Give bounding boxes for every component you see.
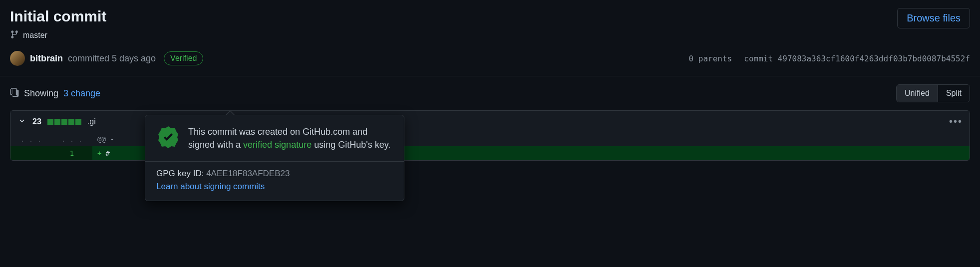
branch-name[interactable]: master: [23, 31, 47, 40]
split-view-button[interactable]: Split: [938, 85, 970, 102]
chevron-down-icon[interactable]: [17, 116, 26, 127]
gpg-key-label: GPG key ID:: [156, 169, 204, 178]
author-link[interactable]: bitbrain: [30, 53, 63, 64]
parents-count: 0 parents: [689, 54, 732, 63]
commit-sha: commit 497083a363cf1600f4263ddf03b7bd008…: [744, 54, 970, 63]
diff-view-toggle: Unified Split: [896, 84, 970, 102]
unified-view-button[interactable]: Unified: [897, 85, 938, 102]
changed-files-link[interactable]: 3 change: [63, 88, 100, 99]
showing-label: Showing: [24, 88, 58, 99]
gpg-key-id: 4AEE18F83AFDEB23: [206, 169, 290, 178]
verified-signature-text: verified signature: [243, 140, 312, 150]
avatar[interactable]: [10, 51, 25, 66]
verified-badge[interactable]: Verified: [164, 51, 203, 65]
code-line: +#: [92, 146, 115, 160]
expand-hunk-icon[interactable]: . . .: [51, 132, 92, 146]
git-branch-icon: [10, 30, 19, 41]
file-change-count: 23: [32, 117, 41, 126]
verified-popover: This commit was created on GitHub.com an…: [145, 115, 404, 201]
expand-hunk-icon[interactable]: . . .: [10, 132, 51, 146]
verified-seal-icon: [156, 125, 180, 149]
diff-stat-blocks: [47, 119, 81, 125]
new-line-number: 1: [51, 146, 92, 160]
commit-title: Initial commit: [10, 8, 106, 25]
old-line-number: [10, 146, 51, 160]
browse-files-button[interactable]: Browse files: [897, 8, 970, 28]
popover-text: This commit was created on GitHub.com an…: [188, 125, 393, 151]
file-name[interactable]: .gi: [87, 117, 96, 126]
learn-signing-link[interactable]: Learn about signing commits: [156, 182, 393, 192]
file-diff-icon[interactable]: [10, 88, 19, 99]
committed-time: committed 5 days ago: [68, 53, 156, 64]
hunk-header: @@ -: [92, 132, 119, 146]
kebab-menu-icon[interactable]: •••: [949, 116, 963, 127]
